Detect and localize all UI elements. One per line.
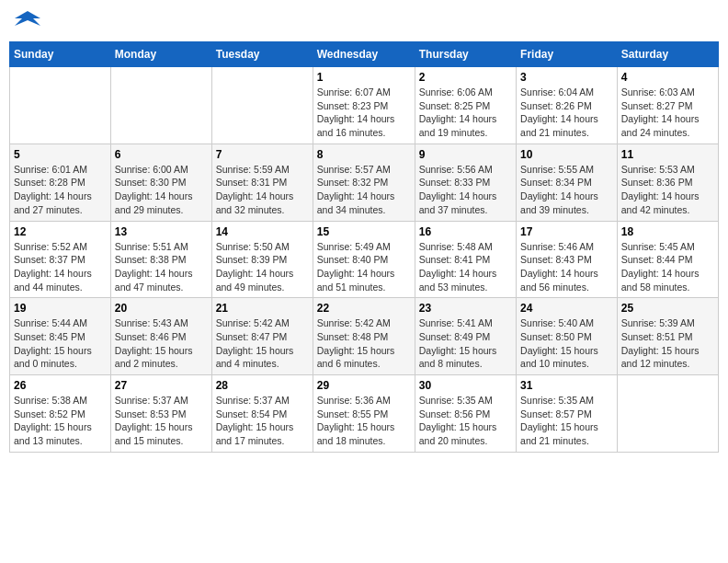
calendar-cell	[110, 67, 211, 144]
day-info: Sunrise: 5:37 AM Sunset: 8:54 PM Dayligh…	[216, 394, 309, 448]
logo	[13, 9, 42, 34]
calendar-cell: 16Sunrise: 5:48 AM Sunset: 8:41 PM Dayli…	[415, 221, 516, 298]
calendar-cell: 12Sunrise: 5:52 AM Sunset: 8:37 PM Dayli…	[10, 221, 111, 298]
day-info: Sunrise: 5:41 AM Sunset: 8:49 PM Dayligh…	[419, 316, 512, 371]
logo-bird-icon	[15, 9, 40, 29]
calendar-cell: 1Sunrise: 6:07 AM Sunset: 8:23 PM Daylig…	[313, 67, 415, 144]
day-number: 5	[14, 148, 107, 161]
svg-marker-0	[15, 11, 40, 26]
day-number: 1	[317, 71, 411, 84]
day-number: 9	[419, 148, 512, 161]
day-info: Sunrise: 5:53 AM Sunset: 8:36 PM Dayligh…	[621, 163, 714, 217]
day-info: Sunrise: 5:49 AM Sunset: 8:40 PM Dayligh…	[317, 240, 411, 294]
day-header-saturday: Saturday	[617, 42, 718, 67]
day-info: Sunrise: 5:57 AM Sunset: 8:32 PM Dayligh…	[317, 163, 411, 217]
calendar-cell: 17Sunrise: 5:46 AM Sunset: 8:43 PM Dayli…	[517, 221, 618, 298]
day-number: 11	[621, 148, 714, 161]
calendar-week-row: 1Sunrise: 6:07 AM Sunset: 8:23 PM Daylig…	[10, 67, 719, 144]
day-info: Sunrise: 5:43 AM Sunset: 8:46 PM Dayligh…	[115, 316, 208, 371]
day-number: 3	[520, 71, 613, 84]
calendar-cell: 15Sunrise: 5:49 AM Sunset: 8:40 PM Dayli…	[313, 221, 415, 298]
day-header-wednesday: Wednesday	[313, 42, 415, 67]
calendar-cell: 29Sunrise: 5:36 AM Sunset: 8:55 PM Dayli…	[313, 375, 415, 453]
calendar-cell: 19Sunrise: 5:44 AM Sunset: 8:45 PM Dayli…	[10, 298, 111, 375]
calendar-cell: 11Sunrise: 5:53 AM Sunset: 8:36 PM Dayli…	[617, 144, 718, 221]
calendar-cell: 3Sunrise: 6:04 AM Sunset: 8:26 PM Daylig…	[517, 67, 618, 144]
calendar-week-row: 19Sunrise: 5:44 AM Sunset: 8:45 PM Dayli…	[10, 298, 719, 375]
day-info: Sunrise: 5:38 AM Sunset: 8:52 PM Dayligh…	[14, 394, 107, 448]
calendar-cell: 30Sunrise: 5:35 AM Sunset: 8:56 PM Dayli…	[415, 375, 516, 453]
day-info: Sunrise: 5:40 AM Sunset: 8:50 PM Dayligh…	[520, 316, 613, 371]
day-header-thursday: Thursday	[415, 42, 516, 67]
day-info: Sunrise: 5:45 AM Sunset: 8:44 PM Dayligh…	[621, 240, 714, 294]
calendar-cell: 26Sunrise: 5:38 AM Sunset: 8:52 PM Dayli…	[10, 375, 111, 453]
day-number: 29	[317, 379, 411, 392]
day-info: Sunrise: 5:42 AM Sunset: 8:47 PM Dayligh…	[216, 316, 309, 371]
calendar-cell	[211, 67, 313, 144]
day-number: 10	[520, 148, 613, 161]
calendar-cell: 21Sunrise: 5:42 AM Sunset: 8:47 PM Dayli…	[211, 298, 313, 375]
calendar-cell: 20Sunrise: 5:43 AM Sunset: 8:46 PM Dayli…	[110, 298, 211, 375]
day-number: 13	[115, 225, 208, 238]
calendar-cell	[10, 67, 111, 144]
day-info: Sunrise: 5:36 AM Sunset: 8:55 PM Dayligh…	[317, 394, 411, 448]
day-info: Sunrise: 5:42 AM Sunset: 8:48 PM Dayligh…	[317, 316, 411, 371]
day-number: 28	[216, 379, 309, 392]
day-number: 26	[14, 379, 107, 392]
day-number: 21	[216, 302, 309, 315]
day-info: Sunrise: 5:52 AM Sunset: 8:37 PM Dayligh…	[14, 240, 107, 294]
calendar-cell: 14Sunrise: 5:50 AM Sunset: 8:39 PM Dayli…	[211, 221, 313, 298]
calendar-cell: 31Sunrise: 5:35 AM Sunset: 8:57 PM Dayli…	[517, 375, 618, 453]
day-info: Sunrise: 5:37 AM Sunset: 8:53 PM Dayligh…	[115, 394, 208, 448]
calendar-week-row: 5Sunrise: 6:01 AM Sunset: 8:28 PM Daylig…	[10, 144, 719, 221]
calendar-cell: 27Sunrise: 5:37 AM Sunset: 8:53 PM Dayli…	[110, 375, 211, 453]
day-number: 30	[419, 379, 512, 392]
day-info: Sunrise: 5:35 AM Sunset: 8:56 PM Dayligh…	[419, 394, 512, 448]
day-info: Sunrise: 5:35 AM Sunset: 8:57 PM Dayligh…	[520, 394, 613, 448]
day-number: 19	[14, 302, 107, 315]
calendar-cell: 2Sunrise: 6:06 AM Sunset: 8:25 PM Daylig…	[415, 67, 516, 144]
calendar-cell: 7Sunrise: 5:59 AM Sunset: 8:31 PM Daylig…	[211, 144, 313, 221]
calendar-cell: 10Sunrise: 5:55 AM Sunset: 8:34 PM Dayli…	[517, 144, 618, 221]
day-info: Sunrise: 6:06 AM Sunset: 8:25 PM Dayligh…	[419, 86, 512, 140]
day-number: 12	[14, 225, 107, 238]
calendar-cell: 8Sunrise: 5:57 AM Sunset: 8:32 PM Daylig…	[313, 144, 415, 221]
day-header-monday: Monday	[110, 42, 211, 67]
day-info: Sunrise: 5:44 AM Sunset: 8:45 PM Dayligh…	[14, 316, 107, 371]
day-number: 14	[216, 225, 309, 238]
day-info: Sunrise: 5:39 AM Sunset: 8:51 PM Dayligh…	[621, 316, 714, 371]
calendar-cell: 25Sunrise: 5:39 AM Sunset: 8:51 PM Dayli…	[617, 298, 718, 375]
day-info: Sunrise: 6:03 AM Sunset: 8:27 PM Dayligh…	[621, 86, 714, 140]
day-info: Sunrise: 6:00 AM Sunset: 8:30 PM Dayligh…	[115, 163, 208, 217]
calendar-cell: 22Sunrise: 5:42 AM Sunset: 8:48 PM Dayli…	[313, 298, 415, 375]
calendar-cell: 18Sunrise: 5:45 AM Sunset: 8:44 PM Dayli…	[617, 221, 718, 298]
calendar-cell: 4Sunrise: 6:03 AM Sunset: 8:27 PM Daylig…	[617, 67, 718, 144]
day-header-tuesday: Tuesday	[211, 42, 313, 67]
calendar-cell: 28Sunrise: 5:37 AM Sunset: 8:54 PM Dayli…	[211, 375, 313, 453]
day-number: 6	[115, 148, 208, 161]
calendar-table: SundayMondayTuesdayWednesdayThursdayFrid…	[9, 41, 719, 453]
day-number: 16	[419, 225, 512, 238]
day-number: 27	[115, 379, 208, 392]
calendar-header-row: SundayMondayTuesdayWednesdayThursdayFrid…	[10, 42, 719, 67]
day-info: Sunrise: 5:48 AM Sunset: 8:41 PM Dayligh…	[419, 240, 512, 294]
day-number: 7	[216, 148, 309, 161]
day-number: 17	[520, 225, 613, 238]
day-info: Sunrise: 5:55 AM Sunset: 8:34 PM Dayligh…	[520, 163, 613, 217]
day-number: 25	[621, 302, 714, 315]
day-number: 15	[317, 225, 411, 238]
day-header-friday: Friday	[517, 42, 618, 67]
day-info: Sunrise: 6:04 AM Sunset: 8:26 PM Dayligh…	[520, 86, 613, 140]
day-number: 24	[520, 302, 613, 315]
calendar-cell	[617, 375, 718, 453]
day-info: Sunrise: 5:56 AM Sunset: 8:33 PM Dayligh…	[419, 163, 512, 217]
calendar-cell: 23Sunrise: 5:41 AM Sunset: 8:49 PM Dayli…	[415, 298, 516, 375]
day-info: Sunrise: 5:50 AM Sunset: 8:39 PM Dayligh…	[216, 240, 309, 294]
calendar-cell: 9Sunrise: 5:56 AM Sunset: 8:33 PM Daylig…	[415, 144, 516, 221]
day-info: Sunrise: 5:46 AM Sunset: 8:43 PM Dayligh…	[520, 240, 613, 294]
calendar-week-row: 12Sunrise: 5:52 AM Sunset: 8:37 PM Dayli…	[10, 221, 719, 298]
day-number: 2	[419, 71, 512, 84]
day-info: Sunrise: 5:51 AM Sunset: 8:38 PM Dayligh…	[115, 240, 208, 294]
day-number: 20	[115, 302, 208, 315]
calendar-week-row: 26Sunrise: 5:38 AM Sunset: 8:52 PM Dayli…	[10, 375, 719, 453]
